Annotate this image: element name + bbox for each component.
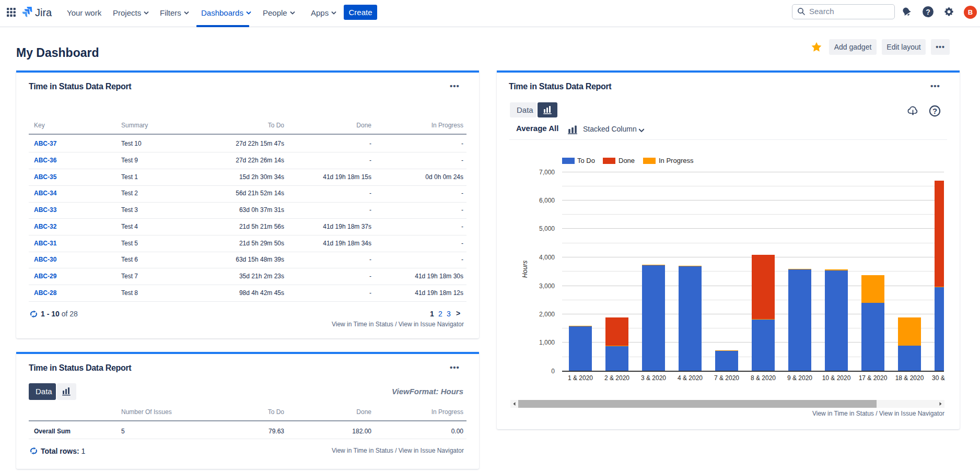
svg-text:?: ? [926, 8, 930, 16]
svg-text:?: ? [932, 107, 937, 115]
